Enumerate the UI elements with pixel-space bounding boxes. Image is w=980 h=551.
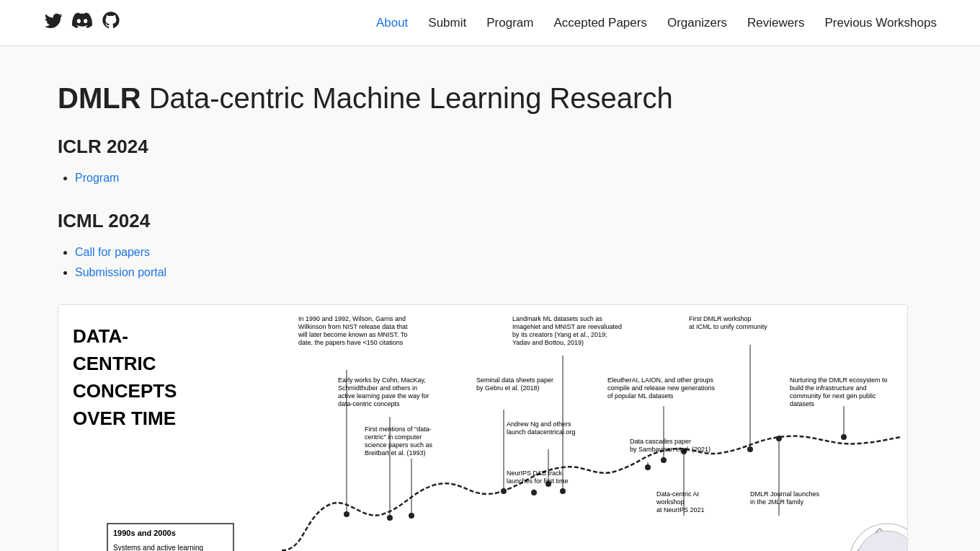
svg-text:in the JMLR family: in the JMLR family	[750, 498, 804, 506]
nav-previous-workshops[interactable]: Previous Workshops	[824, 14, 937, 32]
main-nav: About Submit Program Accepted Papers Org…	[376, 14, 937, 32]
timeline-svg: DATA- CENTRIC CONCEPTS OVER TIME	[58, 305, 908, 551]
svg-point-23	[661, 457, 667, 463]
page-title: DMLR Data-centric Machine Learning Resea…	[58, 81, 879, 115]
svg-text:Early works by Cohn, MacKay,: Early works by Cohn, MacKay,	[338, 376, 426, 384]
svg-text:community for next gen public: community for next gen public	[790, 392, 876, 400]
svg-text:Data-centric AI: Data-centric AI	[656, 490, 699, 498]
svg-rect-0	[58, 305, 908, 551]
svg-text:launch datacentricai.org: launch datacentricai.org	[507, 428, 576, 436]
svg-text:Seminal data sheets paper: Seminal data sheets paper	[476, 376, 553, 384]
svg-text:NeurIPS D&B track: NeurIPS D&B track	[507, 470, 563, 477]
list-item: Submission portal	[75, 264, 879, 281]
svg-text:Schmidthuber and others in: Schmidthuber and others in	[338, 384, 417, 392]
svg-text:at NeurIPS 2021: at NeurIPS 2021	[656, 506, 705, 513]
icml-call-for-papers-link[interactable]: Call for papers	[75, 246, 150, 258]
svg-text:Data cascades paper: Data cascades paper	[630, 438, 691, 445]
svg-text:DATA-: DATA-	[73, 325, 128, 347]
iclr-section: ICLR 2024 Program	[58, 133, 879, 187]
svg-text:by its creators (Yang et al., : by its creators (Yang et al., 2019;	[512, 331, 607, 338]
svg-text:Breitbart et al. (1993): Breitbart et al. (1993)	[365, 449, 426, 457]
icml-links: Call for papers Submission portal	[58, 244, 879, 281]
svg-point-25	[409, 513, 414, 519]
svg-point-30	[776, 436, 782, 441]
svg-point-22	[501, 488, 507, 494]
list-item: Program	[75, 169, 879, 187]
iclr-heading: ICLR 2024	[58, 133, 879, 161]
nav-program[interactable]: Program	[486, 14, 533, 32]
svg-text:datasets: datasets	[790, 400, 815, 407]
svg-text:Systems and active learning: Systems and active learning	[113, 544, 203, 551]
github-link[interactable]	[101, 10, 121, 35]
svg-text:CONCEPTS: CONCEPTS	[73, 380, 177, 402]
svg-text:First DMLR workshop: First DMLR workshop	[689, 315, 752, 322]
svg-text:Yadav and Bottou, 2019): Yadav and Bottou, 2019)	[512, 339, 584, 346]
svg-text:date, the papers have <150 cit: date, the papers have <150 citations	[298, 339, 404, 346]
timeline-image: DATA- CENTRIC CONCEPTS OVER TIME	[58, 304, 908, 551]
svg-text:In 1990 and 1992, Wilson, Garr: In 1990 and 1992, Wilson, Garris and	[298, 315, 406, 322]
page-title-rest: Data-centric Machine Learning Research	[141, 82, 673, 114]
svg-text:workshop: workshop	[656, 498, 685, 506]
github-icon	[101, 10, 121, 30]
discord-icon	[72, 10, 92, 30]
icml-heading: ICML 2024	[58, 207, 879, 235]
svg-text:active learning pave the way f: active learning pave the way for	[338, 392, 429, 400]
svg-text:compile and release new genera: compile and release new generations	[607, 384, 716, 392]
page-title-bold: DMLR	[58, 82, 141, 114]
site-header: About Submit Program Accepted Papers Org…	[0, 0, 980, 46]
svg-text:centric" in computer: centric" in computer	[365, 433, 422, 441]
svg-text:OVER TIME: OVER TIME	[73, 407, 176, 429]
svg-text:Wilkinson from NIST release da: Wilkinson from NIST release data that	[298, 323, 408, 330]
svg-point-24	[841, 434, 847, 440]
svg-text:EleutherAI, LAION, and other g: EleutherAI, LAION, and other groups	[607, 376, 714, 384]
nav-submit[interactable]: Submit	[428, 14, 466, 32]
svg-text:First mentions of "data-: First mentions of "data-	[365, 426, 432, 433]
svg-point-19	[560, 488, 566, 494]
main-content: DMLR Data-centric Machine Learning Resea…	[0, 46, 937, 551]
svg-text:of popular ML datasets: of popular ML datasets	[607, 392, 674, 400]
nav-accepted-papers[interactable]: Accepted Papers	[553, 14, 646, 32]
icml-submission-portal-link[interactable]: Submission portal	[75, 266, 166, 278]
discord-link[interactable]	[72, 10, 92, 35]
svg-text:Andrew Ng and others: Andrew Ng and others	[507, 420, 571, 428]
svg-text:Nurturing the DMLR ecosystem t: Nurturing the DMLR ecosystem to	[790, 376, 888, 384]
svg-text:at ICML to unify community: at ICML to unify community	[689, 323, 767, 330]
svg-point-18	[344, 511, 349, 517]
svg-point-28	[531, 490, 537, 495]
svg-text:science papers such as: science papers such as	[365, 441, 433, 449]
svg-point-21	[387, 515, 393, 521]
social-icons	[43, 10, 121, 35]
twitter-link[interactable]	[43, 10, 63, 35]
svg-text:CENTRIC: CENTRIC	[73, 353, 156, 374]
icml-section: ICML 2024 Call for papers Submission por…	[58, 207, 879, 281]
svg-point-27	[645, 464, 651, 470]
nav-reviewers[interactable]: Reviewers	[747, 14, 804, 32]
twitter-icon	[43, 10, 63, 30]
svg-text:Landmark ML datasets such as: Landmark ML datasets such as	[512, 315, 602, 322]
svg-text:DMLR Journal launches: DMLR Journal launches	[750, 490, 820, 498]
iclr-program-link[interactable]: Program	[75, 172, 119, 184]
timeline-inner: DATA- CENTRIC CONCEPTS OVER TIME	[58, 305, 907, 551]
svg-text:by Gebru et al. (2018): by Gebru et al. (2018)	[476, 384, 540, 392]
iclr-links: Program	[58, 169, 879, 187]
svg-point-20	[747, 446, 753, 452]
svg-text:1990s and 2000s: 1990s and 2000s	[113, 529, 176, 537]
svg-text:will later become known as MNI: will later become known as MNIST. To	[298, 331, 407, 338]
svg-text:launches for first time: launches for first time	[507, 477, 569, 485]
list-item: Call for papers	[75, 244, 879, 261]
svg-text:data-centric concepts: data-centric concepts	[338, 400, 400, 407]
svg-text:by Sambavisan et al. (2021): by Sambavisan et al. (2021)	[630, 446, 710, 453]
svg-text:build the infrastructure and: build the infrastructure and	[790, 384, 867, 392]
nav-about[interactable]: About	[376, 14, 408, 32]
svg-text:ImageNet and MNIST are reevalu: ImageNet and MNIST are reevaluated	[512, 323, 622, 330]
nav-organizers[interactable]: Organizers	[667, 14, 727, 32]
